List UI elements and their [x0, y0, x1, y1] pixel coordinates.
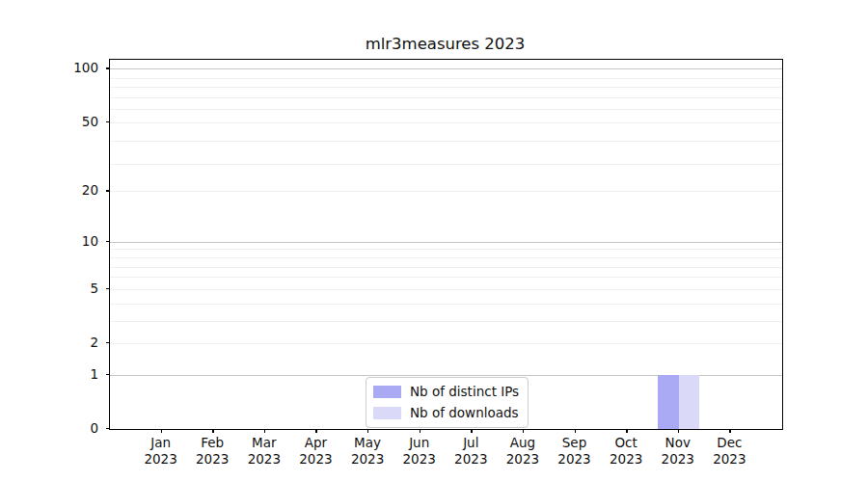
- legend-label-distinct-ips: Nb of distinct IPs: [410, 383, 519, 401]
- y-tick-label: 2: [37, 334, 98, 351]
- gridline-minor: [110, 277, 782, 278]
- y-tick-label: 0: [37, 419, 98, 437]
- x-axis-tick: [678, 429, 679, 433]
- x-tick-label: Dec: [698, 435, 760, 451]
- gridline-minor: [110, 304, 782, 305]
- y-tick-label: 1: [37, 365, 98, 383]
- gridline-minor: [110, 109, 782, 110]
- gridline-minor: [110, 87, 782, 88]
- y-axis-tick: [106, 241, 110, 242]
- y-tick-label: 100: [37, 59, 98, 76]
- y-axis-tick: [106, 121, 110, 122]
- plot-area: [109, 59, 783, 430]
- y-axis-tick: [106, 67, 110, 68]
- y-axis-tick: [106, 342, 110, 343]
- gridline-minor: [110, 267, 782, 268]
- gridline-minor: [110, 97, 782, 98]
- gridline-minor: [110, 191, 782, 192]
- y-tick-label: 50: [37, 113, 98, 130]
- y-tick-label: 20: [37, 181, 98, 199]
- x-axis-tick: [420, 429, 420, 433]
- legend-swatch-downloads-icon: [373, 407, 401, 419]
- gridline-minor: [110, 78, 782, 79]
- gridline-minor: [110, 122, 782, 123]
- x-axis-tick: [367, 429, 368, 433]
- x-axis-tick: [212, 429, 213, 433]
- legend-entry-downloads: Nb of downloads: [373, 404, 519, 422]
- gridline-minor: [110, 141, 782, 142]
- x-axis-tick: [523, 429, 524, 433]
- x-axis-tick: [471, 429, 472, 433]
- x-axis-tick: [575, 429, 576, 433]
- gridline-major: [110, 68, 782, 69]
- gridline-minor: [110, 321, 782, 322]
- gridline-minor: [110, 257, 782, 258]
- bar-downloads-nov: [679, 375, 700, 429]
- bar-distinct-ips-nov: [658, 375, 679, 429]
- gridline-major: [110, 242, 782, 243]
- y-tick-label: 10: [37, 232, 98, 250]
- y-axis-tick: [106, 374, 110, 375]
- y-axis-tick: [106, 288, 110, 289]
- legend-swatch-distinct-ips-icon: [373, 386, 401, 398]
- x-axis-tick: [161, 429, 162, 433]
- y-tick-label: 5: [37, 280, 98, 297]
- gridline-minor: [110, 343, 782, 344]
- chart-title: mlr3measures 2023: [109, 35, 781, 56]
- x-axis-tick: [264, 429, 265, 433]
- figure: mlr3measures 2023 Nb of distinct IPs Nb …: [0, 0, 868, 482]
- gridline-minor: [110, 164, 782, 165]
- legend: Nb of distinct IPs Nb of downloads: [366, 377, 529, 428]
- x-tick-year-label: 2023: [698, 451, 760, 468]
- legend-entry-distinct-ips: Nb of distinct IPs: [373, 383, 519, 401]
- y-axis-tick: [106, 428, 110, 429]
- gridline-minor: [110, 249, 782, 250]
- y-axis-tick: [106, 190, 110, 191]
- legend-label-downloads: Nb of downloads: [410, 404, 519, 422]
- gridline-minor: [110, 289, 782, 290]
- x-axis-tick: [315, 429, 316, 433]
- x-axis-tick: [626, 429, 627, 433]
- x-axis-tick: [729, 429, 730, 433]
